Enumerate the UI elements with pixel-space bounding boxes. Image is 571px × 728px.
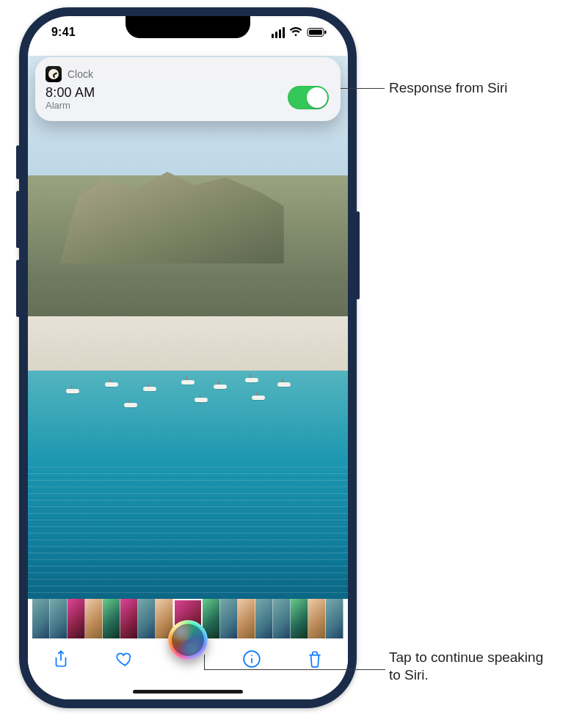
thumbnail[interactable] [291, 599, 308, 638]
side-button [356, 211, 360, 299]
svg-point-5 [251, 655, 252, 656]
battery-icon [307, 27, 327, 37]
svg-rect-1 [309, 30, 322, 35]
thumbnail[interactable] [326, 599, 343, 638]
photo-view[interactable] [28, 56, 348, 599]
volume-down-button [16, 260, 20, 317]
svg-rect-2 [324, 31, 326, 34]
thumbnail[interactable] [308, 599, 326, 638]
info-button[interactable] [241, 649, 263, 669]
thumbnail[interactable] [103, 599, 120, 638]
thumbnail[interactable] [120, 599, 138, 638]
clock-app-icon [46, 66, 62, 82]
delete-button[interactable] [304, 649, 326, 669]
thumbnail[interactable] [68, 599, 85, 638]
cellular-signal-icon [272, 27, 285, 38]
alarm-time: 8:00 AM [46, 85, 95, 101]
thumbnail[interactable] [238, 599, 255, 638]
alarm-toggle[interactable] [288, 86, 329, 109]
iphone-device-frame: 9:41 [19, 7, 357, 708]
thumbnail[interactable] [273, 599, 291, 638]
thumbnail[interactable] [255, 599, 273, 638]
volume-up-button [16, 191, 20, 248]
status-right [272, 27, 327, 38]
callout-line [204, 669, 385, 670]
favorite-button[interactable] [114, 649, 136, 669]
siri-orb-button[interactable] [168, 620, 208, 660]
screen: 9:41 [28, 16, 348, 699]
callout-line [338, 88, 385, 89]
siri-response-card[interactable]: Clock 8:00 AM Alarm [35, 57, 341, 121]
notch [126, 16, 250, 38]
share-button[interactable] [50, 649, 72, 669]
callout-line [204, 655, 205, 669]
thumbnail[interactable] [50, 599, 68, 638]
callout-tap-label: Tap to continue speaking to Siri. [389, 649, 558, 685]
thumbnail[interactable] [220, 599, 238, 638]
alarm-subtitle: Alarm [46, 100, 95, 111]
home-indicator[interactable] [133, 690, 243, 694]
wifi-icon [289, 27, 302, 37]
thumbnail[interactable] [32, 599, 50, 638]
thumbnail[interactable] [138, 599, 156, 638]
mute-switch [16, 145, 20, 179]
status-time: 9:41 [51, 26, 76, 39]
callout-response-label: Response from Siri [389, 79, 508, 97]
thumbnail[interactable] [85, 599, 103, 638]
card-app-name: Clock [68, 68, 93, 80]
